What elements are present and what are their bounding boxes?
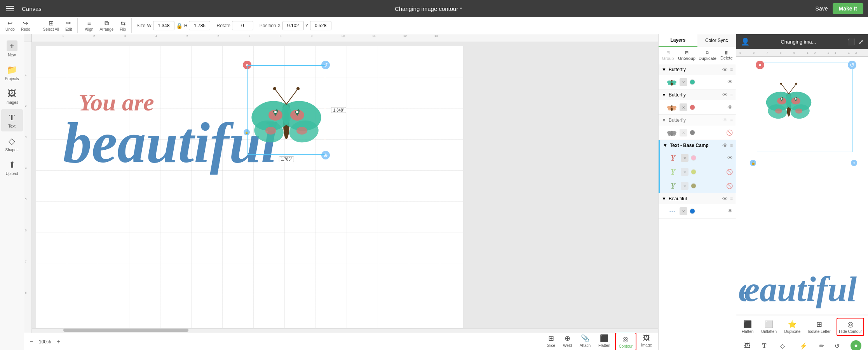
visibility-icon-1[interactable]: 👁	[722, 66, 728, 73]
close-button[interactable]: ×	[243, 61, 251, 69]
visibility-beautiful1[interactable]: 👁	[727, 208, 733, 214]
rotate-input[interactable]	[232, 21, 253, 30]
layer-item-b3[interactable]: ✕ 🚫	[659, 126, 736, 140]
flip-button[interactable]: ⇆ Flip	[117, 18, 128, 33]
drag-icon-1[interactable]: ≡	[730, 67, 733, 72]
preview-rotate-button[interactable]: ↺	[848, 61, 856, 69]
sidebar-item-projects[interactable]: 📁 Projects	[1, 62, 23, 84]
sidebar-item-text[interactable]: T Text	[1, 109, 23, 131]
preview-edit-button[interactable]: ✏ Edit	[817, 341, 826, 350]
image-button[interactable]: 🖼 Image	[638, 332, 655, 350]
ungroup-button[interactable]: ⊟ UnGroup	[677, 49, 696, 62]
layer-item-b2[interactable]: ✕ 👁	[659, 100, 736, 114]
preview-unflatten-button[interactable]: ⬜ Unflatten	[760, 318, 778, 335]
height-input[interactable]	[189, 21, 210, 30]
attach-button[interactable]: 📎 Attach	[577, 332, 594, 350]
layer-item-b1[interactable]: ✕ 👁	[659, 75, 736, 89]
drag-icon-3[interactable]: ≡	[730, 117, 733, 123]
layer-item-beautiful1[interactable]: ~~~ ✕ 👁	[659, 204, 736, 218]
visibility-t2[interactable]: 🚫	[726, 169, 733, 175]
preview-image-button[interactable]: 🖼 Image	[740, 341, 754, 350]
preview-shapes-button[interactable]: ◇ Shapes	[774, 341, 791, 350]
color-dot-b2[interactable]	[690, 105, 695, 110]
color-dot-b1[interactable]	[690, 79, 695, 85]
horizontal-scrollbar[interactable]	[32, 328, 658, 333]
preview-sync-button[interactable]: ↺ Sync	[831, 341, 843, 350]
layer-group-butterfly1-header[interactable]: ▼ Butterfly 👁 ≡	[659, 64, 736, 75]
make-it-button[interactable]: Make It	[833, 3, 863, 14]
redo-button[interactable]: ↪ Redo	[19, 18, 33, 33]
weld-button[interactable]: ⊕ Weld	[560, 332, 575, 350]
y-input[interactable]	[310, 21, 331, 30]
layer-item-t1[interactable]: Y ✕ 👁	[660, 151, 736, 165]
expand-handle[interactable]: ⊕	[321, 151, 330, 159]
visibility-t3[interactable]: 🚫	[726, 183, 733, 189]
preview-close-button[interactable]: ×	[756, 61, 764, 69]
layer-item-t3[interactable]: Y ✕ 🚫	[660, 179, 736, 193]
color-dot-t2[interactable]	[691, 169, 696, 175]
visibility-t1[interactable]: 👁	[727, 155, 733, 161]
visibility-b3[interactable]: 🚫	[726, 130, 733, 136]
butterfly-container[interactable]: × ↺ 🔒 ⊕ 1.3	[248, 65, 325, 155]
zoom-in-button[interactable]: +	[54, 338, 62, 346]
preview-duplicate-button[interactable]: ⭐ Duplicate	[783, 318, 802, 335]
preview-resize-button[interactable]: ⬛	[847, 38, 855, 46]
zoom-out-button[interactable]: −	[27, 338, 35, 346]
preview-make-it-button[interactable]: ● Make It	[848, 339, 864, 350]
layer-group-butterfly3-header[interactable]: ▼ Butterfly 👁 ≡	[659, 115, 736, 126]
group-button[interactable]: ⊞ Group	[660, 49, 676, 62]
lock-handle-left[interactable]: 🔒	[244, 129, 250, 135]
preview-hide-contour-button[interactable]: ◎ Hide Contour	[837, 318, 864, 336]
layer-group-beautiful-header[interactable]: ▼ Beautiful 👁 ≡	[659, 193, 736, 204]
select-all-button[interactable]: ⊞ Select All	[41, 18, 61, 33]
width-input[interactable]	[153, 21, 174, 30]
visibility-icon-beautiful[interactable]: 👁	[722, 196, 728, 202]
rotate-button[interactable]: ↺	[321, 61, 330, 69]
layer-item-t2[interactable]: Y ✕ 🚫	[660, 165, 736, 179]
sidebar-item-shapes[interactable]: ◇ Shapes	[1, 133, 23, 155]
color-dot-t3[interactable]	[691, 183, 696, 189]
color-dot-t1[interactable]	[691, 155, 696, 161]
preview-expand-button[interactable]: ⤢	[858, 38, 863, 46]
drag-icon-beautiful[interactable]: ≡	[730, 196, 733, 201]
canvas-scroll[interactable]: You are beautiful	[32, 42, 658, 333]
preview-flatten-button[interactable]: ⬛ Flatten	[740, 318, 755, 335]
visibility-icon-text[interactable]: 👁	[722, 142, 728, 149]
preview-butterfly[interactable]	[763, 66, 814, 129]
duplicate-button[interactable]: ⧉ Duplicate	[698, 49, 717, 62]
arrange-button[interactable]: ⧉ Arrange	[97, 18, 116, 33]
sidebar-item-upload[interactable]: ⬆ Upload	[1, 157, 23, 179]
preview-canvas[interactable]: × ↺ 🔒 ⊕ eautiful e	[736, 57, 868, 315]
undo-button[interactable]: ↩ Undo	[3, 18, 17, 33]
visibility-icon-2[interactable]: 👁	[722, 92, 728, 98]
preview-text-button[interactable]: T Text	[759, 341, 769, 350]
visibility-b1[interactable]: 👁	[727, 79, 733, 85]
layer-group-butterfly2-header[interactable]: ▼ Butterfly 👁 ≡	[659, 89, 736, 100]
preview-lock-right[interactable]: ⊕	[851, 160, 857, 166]
tab-layers[interactable]: Layers	[659, 34, 697, 47]
contour-button[interactable]: ◎ Contour	[615, 332, 637, 350]
save-button[interactable]: Save	[816, 5, 828, 12]
beautiful-text[interactable]: beautiful	[63, 114, 277, 172]
delete-button[interactable]: 🗑 Delete	[719, 49, 734, 62]
drag-icon-2[interactable]: ≡	[730, 92, 733, 98]
scrollbar-thumb[interactable]	[63, 329, 188, 332]
edit-button[interactable]: ✏ Edit	[63, 18, 74, 33]
preview-isolate-letter-button[interactable]: ⊞ Isolate Letter	[807, 318, 832, 335]
sidebar-item-new[interactable]: + New	[1, 37, 23, 60]
visibility-icon-3[interactable]: 👁	[722, 117, 728, 123]
tab-color-sync[interactable]: Color Sync	[697, 34, 736, 47]
color-dot-beautiful1[interactable]	[690, 208, 695, 214]
menu-button[interactable]	[5, 4, 16, 13]
color-dot-b3[interactable]	[690, 130, 695, 135]
align-button[interactable]: ≡ Align	[82, 18, 96, 33]
drag-icon-text[interactable]: ≡	[730, 143, 733, 148]
flatten-button[interactable]: ⬛ Flatten	[595, 332, 614, 350]
preview-lock-left[interactable]: 🔒	[750, 160, 756, 166]
layer-group-text-header[interactable]: ▼ Text - Base Camp 👁 ≡	[660, 140, 736, 151]
preview-actions-button[interactable]: ⚡ Actions	[796, 341, 812, 350]
sidebar-item-images[interactable]: 🖼 Images	[1, 86, 23, 108]
x-input[interactable]	[282, 21, 304, 30]
visibility-b2[interactable]: 👁	[727, 104, 733, 110]
slice-button[interactable]: ⊞ Slice	[544, 332, 558, 350]
